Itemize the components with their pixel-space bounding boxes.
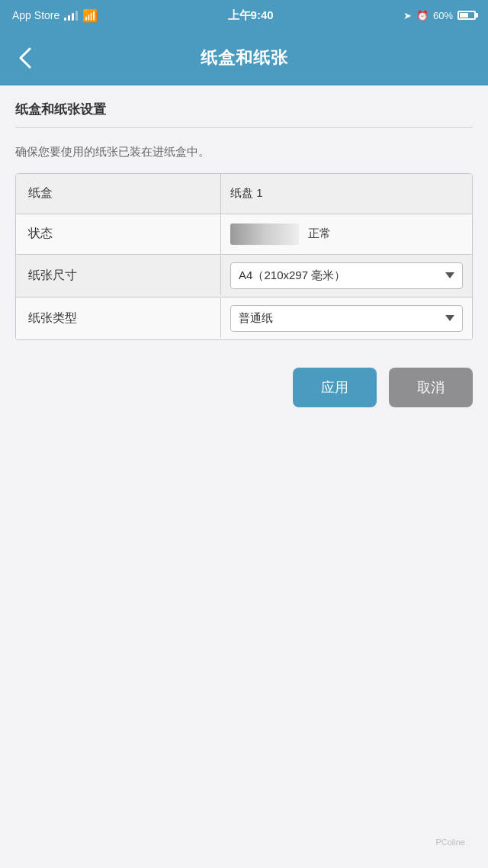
status-indicator	[230, 223, 299, 245]
row-paper-type-label: 纸张类型	[16, 298, 221, 338]
status-left: App Store 📶	[12, 8, 98, 23]
description-text: 确保您要使用的纸张已装在进纸盒中。	[15, 145, 210, 158]
status-right: ➤ ⏰ 60%	[403, 10, 476, 21]
row-status-label: 状态	[16, 214, 221, 254]
main-content: 纸盒和纸张设置 确保您要使用的纸张已装在进纸盒中。 纸盒 纸盘 1 状态	[0, 85, 488, 868]
location-icon: ➤	[403, 10, 412, 21]
dropdown-arrow-icon	[445, 272, 454, 278]
table-row: 状态 正常	[16, 214, 472, 255]
carrier-label: App Store	[12, 9, 59, 21]
page-title: 纸盒和纸张	[201, 47, 288, 69]
watermark: PColine	[420, 831, 480, 853]
settings-table: 纸盒 纸盘 1 状态 正常 纸张尺寸	[15, 173, 473, 340]
row-tray-label: 纸盒	[16, 174, 221, 214]
battery-percent: 60%	[433, 10, 453, 21]
row-paper-size-value: A4（210x297 毫米）	[221, 255, 472, 297]
description-block: 确保您要使用的纸张已装在进纸盒中。	[0, 128, 488, 173]
section-header: 纸盒和纸张设置	[0, 85, 488, 127]
time-label: 上午9:40	[228, 8, 274, 23]
table-row: 纸盒 纸盘 1	[16, 174, 472, 214]
content-area: 纸盒和纸张设置 确保您要使用的纸张已装在进纸盒中。 纸盒 纸盘 1 状态	[0, 85, 488, 423]
table-row: 纸张类型 普通纸	[16, 297, 472, 339]
back-button[interactable]	[12, 40, 38, 76]
row-paper-size-label: 纸张尺寸	[16, 256, 221, 295]
battery-icon	[458, 11, 476, 20]
cancel-button[interactable]: 取消	[389, 368, 473, 407]
nav-bar: 纸盒和纸张	[0, 31, 488, 85]
dropdown-arrow-icon	[445, 315, 454, 321]
wifi-icon: 📶	[82, 8, 98, 23]
table-row: 纸张尺寸 A4（210x297 毫米）	[16, 255, 472, 297]
button-row: 应用 取消	[0, 340, 488, 423]
paper-type-dropdown-text: 普通纸	[239, 311, 439, 326]
signal-icon	[64, 10, 78, 21]
apply-button[interactable]: 应用	[293, 368, 377, 407]
paper-size-dropdown[interactable]: A4（210x297 毫米）	[230, 262, 463, 289]
row-tray-value: 纸盘 1	[221, 178, 472, 208]
row-paper-type-value: 普通纸	[221, 297, 472, 339]
status-bar: App Store 📶 上午9:40 ➤ ⏰ 60%	[0, 0, 488, 31]
row-status-value: 正常	[221, 216, 472, 252]
section-header-text: 纸盒和纸张设置	[15, 102, 106, 117]
paper-type-dropdown[interactable]: 普通纸	[230, 305, 463, 332]
alarm-icon: ⏰	[416, 10, 429, 21]
paper-size-dropdown-text: A4（210x297 毫米）	[239, 268, 439, 283]
